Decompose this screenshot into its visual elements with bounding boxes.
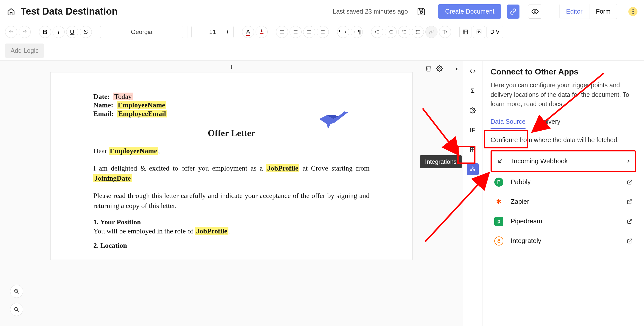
external-link-icon [627,219,632,224]
rail-gear-icon[interactable] [467,104,479,116]
chevron-right-icon [626,158,631,164]
bold-button[interactable]: B [39,26,51,38]
undo-button[interactable] [5,26,17,38]
source-integrately[interactable]: Integrately [491,231,636,251]
source-zapier[interactable]: ✱ Zapier [491,192,636,212]
highlight-button[interactable] [256,26,268,38]
svg-line-46 [17,310,19,312]
panel-title: Connect to Other Apps [491,67,636,76]
div-button[interactable]: DIV [487,26,503,38]
source-label: Pabbly [511,178,531,186]
more-menu[interactable] [628,7,637,16]
size-dec[interactable]: − [192,26,204,38]
tab-form[interactable]: Form [589,4,617,19]
svg-line-58 [629,219,632,222]
source-label: Integrately [511,237,541,245]
format-toolbar: B I U S Georgia − 11 + A ¶→ ←¶ [0,23,644,41]
tab-delivery[interactable]: Delivery [538,115,560,129]
collapse-icon[interactable]: » [456,65,459,72]
settings-icon[interactable] [436,65,443,72]
save-icon[interactable] [416,6,427,17]
panel-tabs: Data Source Delivery [491,115,636,129]
add-block-button[interactable]: + [229,61,234,72]
hyperlink-button[interactable] [425,26,437,38]
strike-button[interactable]: S [80,26,92,38]
ltr-button[interactable]: ¶→ [337,26,349,38]
logic-bar: Add Logic [0,41,644,60]
field-name[interactable]: EmployeeName [117,101,166,109]
svg-point-30 [416,32,417,32]
redo-button[interactable] [19,26,31,38]
integrately-icon [494,236,503,246]
underline-button[interactable]: U [66,26,78,38]
rail-integrations-icon[interactable] [467,163,479,175]
integrations-tooltip: Integrations [420,155,462,168]
source-label: Pipedream [511,217,542,225]
logo-bird-icon [314,105,352,130]
svg-point-37 [478,31,479,32]
rail-code-icon[interactable] [467,65,479,77]
indent-inc-button[interactable] [385,26,397,38]
field-date[interactable]: Today [113,93,133,100]
doc-p1: I am delighted & excited to offer you em… [93,163,370,184]
source-pabbly[interactable]: P Pabbly [491,172,636,192]
external-link-icon [627,179,632,185]
zoom-out-button[interactable] [10,303,23,316]
pabbly-icon: P [494,178,503,187]
svg-point-48 [472,110,473,111]
document: Date: Today Name: EmployeeName Email: Em… [50,72,413,260]
italic-button[interactable]: I [53,26,65,38]
rtl-button[interactable]: ←¶ [351,26,363,38]
rail-if-icon[interactable]: IF [467,124,479,136]
saved-status: Last saved 23 minutes ago [333,8,408,15]
integrations-panel: Connect to Other Apps Here you can confi… [482,61,644,326]
align-left-button[interactable] [276,26,288,38]
text-color-button[interactable]: A [242,26,254,38]
field-job-2[interactable]: JobProfile [195,227,228,235]
svg-point-52 [472,167,473,168]
rail-sigma-icon[interactable]: Σ [467,85,479,97]
text-case-button[interactable]: T↕ [439,26,451,38]
tab-editor[interactable]: Editor [559,4,589,19]
align-justify-button[interactable] [317,26,329,38]
page-title: Test Data Destination [21,6,328,17]
home-icon[interactable] [7,7,16,16]
font-select[interactable]: Georgia [100,26,183,38]
source-incoming-webhook[interactable]: Incoming Webhook [491,150,636,172]
field-name-2[interactable]: EmployeeName [109,147,158,155]
field-join[interactable]: JoiningDate [93,174,132,182]
align-right-button[interactable] [303,26,315,38]
delete-icon[interactable] [425,65,432,72]
svg-point-1 [420,11,423,13]
size-inc[interactable]: + [221,26,233,38]
source-label: Zapier [511,198,529,206]
svg-point-31 [416,33,417,34]
doc-date-row: Date: Today [93,93,370,101]
canvas-tools [425,65,443,72]
create-document-button[interactable]: Create Document [438,4,501,19]
tab-data-source[interactable]: Data Source [491,115,526,129]
doc-p2: Please read through this letter carefull… [93,191,370,211]
align-center-button[interactable] [290,26,302,38]
zoom-in-button[interactable] [10,285,23,298]
ul-button[interactable] [412,26,424,38]
rail-table-icon[interactable] [467,144,479,156]
ol-button[interactable]: 1 [398,26,410,38]
preview-button[interactable] [528,5,542,19]
svg-rect-3 [260,33,264,34]
arrow-in-icon [495,156,505,166]
indent-dec-button[interactable] [371,26,383,38]
size-value[interactable]: 11 [204,26,221,38]
source-label: Incoming Webhook [512,157,568,165]
zoom-controls [10,285,23,316]
field-email[interactable]: EmployeeEmail [117,110,167,117]
add-logic-button[interactable]: Add Logic [5,44,44,58]
field-job[interactable]: JobProfile [266,164,299,172]
svg-rect-0 [420,8,423,10]
link-button[interactable] [507,5,519,19]
table-button[interactable] [459,26,471,38]
source-pipedream[interactable]: p Pipedream [491,212,636,231]
view-segmented: Editor Form [559,4,617,19]
external-link-icon [627,238,632,244]
image-button[interactable] [473,26,485,38]
